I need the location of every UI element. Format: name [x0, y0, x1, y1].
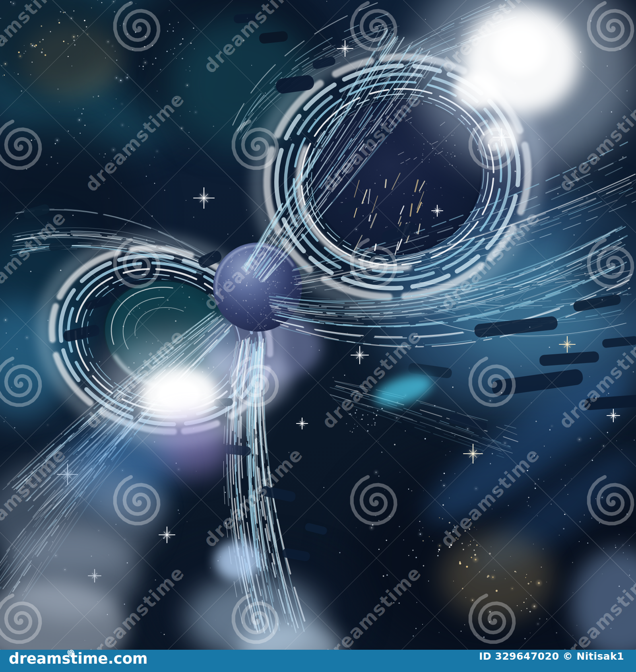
ice-streaks — [0, 0, 636, 634]
dark-debris — [23, 13, 636, 562]
svg-text:dreamstime: dreamstime — [436, 443, 544, 552]
svg-text:dreamstime: dreamstime — [199, 206, 307, 315]
svg-text:dreamstime: dreamstime — [0, 0, 70, 77]
svg-text:dreamstime: dreamstime — [555, 325, 636, 433]
svg-text:dreamstime: dreamstime — [199, 443, 307, 552]
watermark-overlay: dreamstimedreamstimedreamstimedreamstime… — [0, 0, 636, 650]
svg-text:dreamstime: dreamstime — [81, 562, 189, 650]
watermark-bar: dreamstime.com ID 329647020 © Nitisak1 — [0, 650, 636, 672]
svg-text:dreamstime: dreamstime — [318, 562, 426, 650]
watermark-grid-lines — [0, 0, 636, 650]
svg-text:dreamstime: dreamstime — [81, 88, 189, 196]
svg-text:dreamstime: dreamstime — [318, 325, 426, 433]
stock-photo-preview: dreamstimedreamstimedreamstimedreamstime… — [0, 0, 636, 650]
image-id-credit: ID 329647020 © Nitisak1 — [479, 651, 624, 662]
spiral-logo-icon — [67, 648, 76, 657]
dreamstime-logo: dreamstime.com — [9, 651, 147, 666]
cosmic-vortex-artwork — [0, 0, 636, 650]
star-dots — [0, 0, 635, 641]
svg-text:dreamstime: dreamstime — [436, 206, 544, 315]
sparkle-stars — [57, 41, 620, 582]
svg-text:dreamstime: dreamstime — [199, 0, 307, 77]
svg-text:dreamstime: dreamstime — [0, 206, 70, 315]
svg-text:dreamstime: dreamstime — [81, 325, 189, 433]
vortex-rings — [19, 19, 564, 467]
dreamstime-logo-text: dreamstime.com — [9, 650, 147, 667]
svg-text:dreamstime: dreamstime — [0, 443, 70, 552]
svg-text:dreamstime: dreamstime — [436, 0, 544, 77]
svg-text:dreamstime: dreamstime — [555, 88, 636, 196]
svg-text:dreamstime: dreamstime — [555, 562, 636, 650]
svg-text:dreamstime: dreamstime — [318, 88, 426, 196]
